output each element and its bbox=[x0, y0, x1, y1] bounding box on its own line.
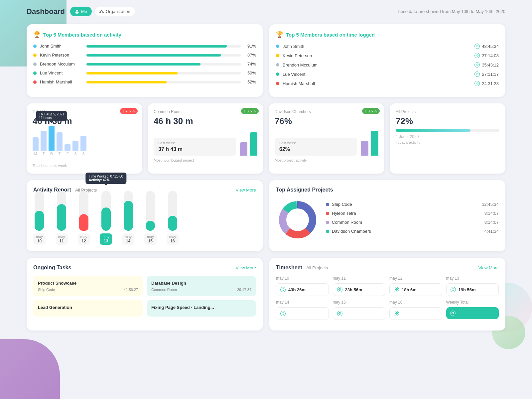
ts-time-box: ⏱ 23h 56m bbox=[333, 283, 386, 296]
progress-bar-fill bbox=[86, 81, 167, 83]
all-projects-value: 72% bbox=[396, 116, 499, 126]
act-bar-fill bbox=[35, 211, 44, 231]
activity-member-row: Brendon Mcculum 74% bbox=[33, 62, 256, 66]
timesheet-row2: may 14 ⏱ may 15 ⏱ may 16 ⏱ bbox=[276, 300, 499, 320]
progress-bar-fill bbox=[86, 54, 221, 57]
timesheet-view-more[interactable]: View More bbox=[478, 265, 499, 270]
activity-col: may 16 bbox=[167, 191, 179, 245]
ts-label: may 13 bbox=[446, 276, 499, 281]
ts-time-box: ⏱ bbox=[276, 307, 329, 320]
clock-icon: ⏱ bbox=[394, 311, 399, 316]
bar-label: F bbox=[66, 152, 68, 156]
tp-project-name: Common Room bbox=[332, 220, 482, 225]
bar bbox=[80, 136, 86, 151]
tp-legend-item: Davidson Chambers 4:41:34 bbox=[326, 229, 499, 234]
bar-col: M bbox=[33, 127, 39, 156]
all-projects-date: 1 June, 2020 bbox=[396, 134, 499, 139]
member-dot bbox=[276, 72, 279, 76]
task-grid: Product Showcase Ship Code 41:56:27 Data… bbox=[33, 276, 256, 317]
bar-wrapper bbox=[33, 127, 39, 151]
timesheet-title-group: Timesheet All Projects bbox=[276, 265, 328, 271]
tab-organization[interactable]: Organization bbox=[94, 7, 135, 16]
clock-icon: ⏱ bbox=[474, 53, 480, 58]
bar-tooltip: Thu, Aug 5, 202111 hours bbox=[36, 111, 67, 121]
act-date: may bbox=[58, 235, 65, 239]
tp-time: 8:14:07 bbox=[484, 211, 499, 216]
tp-project-name: Davidson Chambers bbox=[332, 229, 482, 234]
top-members-row: 🏆 Top 5 Members based on activity John S… bbox=[27, 24, 505, 97]
common-room-value: 46 h 30 m bbox=[154, 116, 257, 126]
stat-davidson: Davidson Chambers ↑ 3.5 % 76% Last week … bbox=[269, 103, 384, 174]
bar-chart-container: M T Thu, Aug 5, 202111 hours W T F S bbox=[33, 129, 136, 162]
act-bar-fill bbox=[57, 204, 66, 231]
member-name: John Smith bbox=[283, 44, 326, 49]
trophy-icon-time: 🏆 bbox=[276, 31, 283, 38]
act-date-box: may 15 bbox=[144, 233, 157, 245]
all-projects-sublabel: Today's activity bbox=[396, 140, 499, 144]
activity-report-view-more[interactable]: View More bbox=[236, 188, 256, 193]
tp-legend-item: Common Room 8:14:07 bbox=[326, 220, 499, 225]
act-day: 12 bbox=[80, 239, 87, 243]
member-pct: 87% bbox=[244, 53, 256, 58]
task-project: Ship Code bbox=[38, 288, 55, 292]
member-name: Kevin Peterson bbox=[283, 53, 326, 58]
tab-me[interactable]: Me bbox=[70, 7, 92, 16]
act-date: may bbox=[169, 235, 176, 239]
task-name: Fixing Page Speed - Landing... bbox=[151, 305, 251, 310]
time-value: ⏱ 48:45:34 bbox=[474, 44, 499, 49]
header-tabs: Me Organization bbox=[70, 7, 135, 16]
timesheet-subtitle: All Projects bbox=[306, 265, 328, 270]
member-dot bbox=[33, 80, 37, 84]
tp-legend-item: Hyleon Tetra 8:14:07 bbox=[326, 211, 499, 216]
top-projects-body: Ship Code 12:45:34 Hyleon Tetra 8:14:07 … bbox=[276, 198, 499, 241]
bar-label: T bbox=[59, 152, 61, 156]
member-dot bbox=[33, 45, 37, 48]
progress-bar-fill bbox=[86, 45, 227, 48]
bar-wrapper bbox=[65, 127, 70, 151]
all-projects-progress-bg bbox=[396, 129, 499, 132]
top-activity-card: 🏆 Top 5 Members based on activity John S… bbox=[27, 24, 263, 97]
act-bar-bg bbox=[79, 191, 88, 231]
ongoing-tasks-view-more[interactable]: View More bbox=[236, 265, 256, 270]
activity-col: may 12 bbox=[78, 191, 90, 245]
ts-time-box: ⏱ bbox=[333, 307, 386, 320]
common-room-badge: ↑ 3.5 % bbox=[241, 108, 259, 114]
clock-icon: ⏱ bbox=[474, 71, 480, 77]
activity-report-card: Activity Report All Projects View More m… bbox=[27, 180, 263, 251]
member-name: Hamish Marshall bbox=[283, 81, 326, 86]
davidson-last-week-label: Last week bbox=[279, 141, 352, 145]
ts-time-box: ⏱ 18h 6m bbox=[389, 283, 442, 296]
davidson-detail: Last week 62% bbox=[275, 129, 378, 156]
task-item: Database Design Common Room 29:17:34 bbox=[147, 276, 256, 296]
activity-bars-container: may 10 may 11 may 12 Time Worked: 07:20:… bbox=[33, 198, 256, 245]
member-name: Lue Vincent bbox=[40, 70, 83, 75]
member-dot bbox=[33, 63, 37, 66]
tp-time: 4:41:34 bbox=[484, 229, 499, 234]
ts-label: may 12 bbox=[389, 276, 442, 281]
member-name: Kevin Peterson bbox=[40, 53, 83, 58]
act-bar-fill bbox=[124, 201, 133, 231]
bar-label: M bbox=[34, 152, 37, 156]
bar-col: T bbox=[41, 127, 47, 156]
progress-bar-fill bbox=[86, 72, 178, 74]
bar bbox=[65, 144, 70, 151]
time-text: 24:31:23 bbox=[482, 81, 499, 86]
act-date-box: may 10 bbox=[33, 233, 46, 245]
donut-svg bbox=[276, 198, 319, 241]
clock-icon: ⏱ bbox=[474, 81, 480, 86]
bar-col: Thu, Aug 5, 202111 hours W bbox=[49, 127, 55, 156]
activity-col: Time Worked: 07:20:00Activity: 42% may 1… bbox=[100, 191, 112, 245]
weekly-bar-chart: M T Thu, Aug 5, 202111 hours W T F S bbox=[33, 129, 136, 156]
act-date: may bbox=[147, 235, 154, 239]
bar bbox=[57, 132, 63, 151]
act-date-box: may 16 bbox=[167, 233, 179, 245]
total-hours-sublabel: Total hours this week bbox=[33, 164, 136, 168]
time-member-row: Kevin Peterson ⏱ 37:14:08 bbox=[276, 53, 499, 58]
tp-project-name: Hyleon Tetra bbox=[332, 211, 482, 216]
activity-col: may 10 bbox=[33, 191, 46, 245]
top-time-title: 🏆 Top 5 Members based on time logged bbox=[276, 31, 499, 38]
davidson-sublabel: Most project activity bbox=[275, 158, 378, 162]
clock-icon: ⏱ bbox=[280, 311, 286, 316]
ongoing-tasks-header: Ongoing Tasks View More bbox=[33, 265, 256, 271]
member-name: Brendon Mcculum bbox=[283, 63, 326, 67]
